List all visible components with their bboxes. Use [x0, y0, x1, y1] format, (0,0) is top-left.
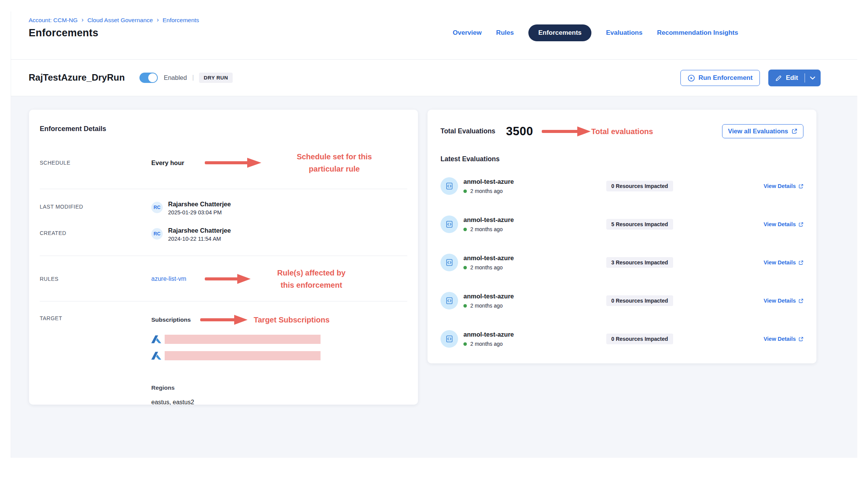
details-card-title: Enforcement Details: [40, 125, 407, 133]
view-all-evaluations-button[interactable]: View all Evaluations: [722, 124, 803, 138]
resources-impacted-badge: 0 Resources Impacted: [606, 334, 673, 344]
toggle-knob: [148, 73, 157, 82]
total-evaluations-annotation: Total evaluations: [591, 125, 653, 138]
total-evaluations-label: Total Evaluations: [440, 127, 496, 135]
total-evaluations-value: 3500: [506, 125, 533, 138]
breadcrumb-chevron-icon: ›: [157, 16, 159, 23]
enforcement-toolbar: RajTestAzure_DryRun Enabled | DRY RUN: [29, 64, 233, 91]
evaluation-time: 2 months ago: [470, 226, 503, 232]
evaluation-name: anmol-test-azure: [463, 216, 601, 224]
regions-value: eastus, eastus2: [151, 399, 407, 406]
evaluation-time: 2 months ago: [470, 341, 503, 347]
evaluation-name: anmol-test-azure: [463, 293, 601, 300]
enforcement-details-card: Enforcement Details SCHEDULE Every hour …: [29, 110, 418, 405]
view-details-link[interactable]: View Details: [764, 259, 803, 266]
subscriptions-header: Subscriptions Target Subscriptions: [151, 314, 407, 326]
evaluation-name: anmol-test-azure: [463, 331, 601, 338]
resources-impacted-badge: 0 Resources Impacted: [606, 181, 673, 191]
status-dot: [463, 266, 467, 269]
evaluation-info: anmol-test-azure 2 months ago: [463, 178, 601, 194]
chevron-down-icon: [810, 76, 815, 80]
rule-link[interactable]: azure-list-vm: [151, 275, 205, 282]
created-user-cell: RC Rajarshee Chatterjee 2024-10-22 11:54…: [151, 227, 231, 242]
breadcrumb: Account: CCM-NG › Cloud Asset Governance…: [29, 17, 199, 24]
view-details-link[interactable]: View Details: [764, 336, 803, 342]
schedule-annotation: Schedule set for this particular rule: [261, 151, 407, 175]
enforcements-page: Account: CCM-NG › Cloud Asset Governance…: [0, 0, 868, 486]
pencil-icon: [775, 75, 782, 81]
evaluation-name: anmol-test-azure: [463, 178, 601, 185]
azure-icon: [151, 351, 161, 361]
avatar: RC: [151, 202, 163, 213]
toolbar-actions: Run Enforcement Edit: [680, 70, 821, 86]
view-details-label: View Details: [764, 221, 796, 227]
target-row: TARGET Subscriptions Target Subscription…: [40, 314, 407, 406]
breadcrumb-cloud-asset-governance[interactable]: Cloud Asset Governance: [87, 17, 153, 24]
rules-label: RULES: [40, 276, 151, 282]
divider: [40, 301, 407, 301]
annotation-arrow-icon: [205, 158, 261, 168]
divider: |: [192, 74, 194, 81]
resources-impacted-badge: 5 Resources Impacted: [606, 219, 673, 230]
created-label: CREATED: [40, 227, 151, 236]
evaluations-card: Total Evaluations 3500 Total evaluations…: [428, 110, 816, 363]
play-circle-icon: [688, 75, 695, 82]
tab-rules[interactable]: Rules: [496, 29, 514, 37]
created-date: 2024-10-22 11:54 AM: [168, 236, 231, 242]
dry-run-badge: DRY RUN: [199, 73, 233, 83]
toggle-state-label: Enabled: [164, 74, 187, 81]
page-header: Account: CCM-NG › Cloud Asset Governance…: [29, 17, 199, 39]
view-details-link[interactable]: View Details: [764, 298, 803, 304]
last-modified-date: 2025-01-29 03:04 PM: [168, 209, 231, 215]
evaluation-info: anmol-test-azure 2 months ago: [463, 331, 601, 347]
edit-button-label: Edit: [786, 74, 798, 82]
page-title: Enforcements: [29, 27, 199, 39]
annotation-arrow-icon: [542, 126, 591, 136]
view-details-label: View Details: [764, 183, 796, 189]
status-dot: [463, 228, 467, 231]
breadcrumb-account[interactable]: Account: CCM-NG: [29, 17, 78, 24]
view-details-link[interactable]: View Details: [764, 183, 803, 189]
regions-label: Regions: [151, 384, 407, 391]
external-link-icon: [798, 337, 803, 342]
avatar: RC: [151, 228, 163, 240]
latest-evaluations-title: Latest Evaluations: [440, 155, 803, 163]
external-link-icon: [792, 128, 797, 134]
last-modified-user-info: Rajarshee Chatterjee 2025-01-29 03:04 PM: [168, 201, 231, 215]
tab-enforcements[interactable]: Enforcements: [528, 24, 591, 41]
annotation-arrow-icon: [200, 315, 248, 325]
target-content: Subscriptions Target Subscriptions Regio…: [151, 314, 407, 406]
view-details-link[interactable]: View Details: [764, 221, 803, 227]
external-link-icon: [798, 298, 803, 303]
edit-button[interactable]: Edit: [775, 74, 798, 82]
created-user-name: Rajarshee Chatterjee: [168, 227, 231, 234]
evaluation-time: 2 months ago: [470, 303, 503, 309]
run-enforcement-button[interactable]: Run Enforcement: [680, 70, 760, 86]
subscriptions-annotation: Target Subscriptions: [254, 314, 330, 326]
top-navigation: Overview Rules Enforcements Evaluations …: [453, 23, 738, 43]
schedule-value: Every hour: [151, 159, 205, 167]
tab-recommendation-insights[interactable]: Recommendation Insights: [657, 29, 738, 37]
breadcrumb-enforcements[interactable]: Enforcements: [162, 17, 199, 24]
run-enforcement-label: Run Enforcement: [698, 74, 753, 82]
divider: [11, 59, 857, 60]
view-details-label: View Details: [764, 336, 796, 342]
evaluation-time: 2 months ago: [470, 188, 503, 194]
evaluation-info: anmol-test-azure 2 months ago: [463, 254, 601, 271]
enabled-toggle[interactable]: [139, 73, 158, 83]
evaluation-row: anmol-test-azure 2 months ago 0 Resource…: [440, 320, 803, 358]
created-row: CREATED RC Rajarshee Chatterjee 2024-10-…: [40, 227, 407, 242]
resources-impacted-badge: 3 Resources Impacted: [606, 257, 673, 268]
tab-evaluations[interactable]: Evaluations: [606, 29, 642, 37]
subscription-item: [151, 334, 407, 344]
azure-icon: [151, 334, 161, 344]
tab-overview[interactable]: Overview: [453, 29, 482, 37]
rule-script-icon: [440, 215, 458, 233]
evaluation-time: 2 months ago: [470, 264, 503, 271]
target-label: TARGET: [40, 314, 151, 321]
edit-dropdown-toggle[interactable]: [810, 76, 815, 80]
last-modified-user-cell: RC Rajarshee Chatterjee 2025-01-29 03:04…: [151, 201, 231, 215]
rule-script-icon: [440, 177, 458, 195]
edit-split-button: Edit: [768, 70, 821, 86]
redacted-subscription-id: [165, 351, 321, 360]
